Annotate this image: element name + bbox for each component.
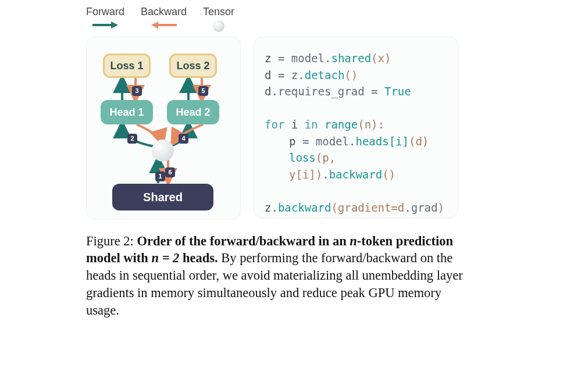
loss-1-box: Loss 1 — [103, 53, 151, 78]
code-tok: () — [382, 168, 395, 181]
code-tok: shared — [331, 52, 371, 65]
caption-text: heads. — [179, 251, 218, 265]
legend-forward: Forward — [86, 6, 124, 30]
code-tok: = — [278, 69, 284, 81]
code-tok: d — [265, 69, 278, 81]
step-badge-4: 4 — [179, 134, 188, 144]
code-tok: detach — [305, 69, 345, 81]
svg-marker-1 — [111, 22, 118, 28]
figure-row: Loss 1 Loss 2 Head 1 Head 2 Shared 1 2 3… — [86, 37, 565, 219]
math-eq: n = 2 — [152, 251, 180, 265]
code-tok: backward — [329, 168, 383, 181]
svg-marker-3 — [151, 22, 158, 28]
legend-tensor: Tensor — [203, 6, 234, 32]
code-tok: model — [309, 135, 349, 148]
code-tok: loss — [289, 151, 316, 164]
code-tok: ) — [437, 201, 444, 214]
code-tok: (d) — [409, 135, 429, 148]
code-tok: d — [265, 85, 271, 98]
code-tok: model — [284, 52, 325, 65]
code-tok: for — [265, 118, 284, 131]
code-tok: range — [318, 118, 358, 131]
legend-backward-label: Backward — [141, 6, 187, 18]
legend: Forward Backward Tensor — [86, 6, 565, 32]
code-tok: (n): — [358, 118, 384, 131]
figure-caption: Figure 2: Order of the forward/backward … — [86, 233, 470, 320]
code-tok: backward — [278, 201, 332, 214]
code-line-6: loss(p, y[i]).backward() — [265, 149, 447, 183]
step-badge-1: 1 — [155, 172, 165, 181]
code-tok: . — [271, 85, 277, 98]
code-tok: . — [298, 69, 304, 81]
code-line-3: d.requires_grad = True — [265, 83, 447, 100]
arrow-left-icon — [150, 20, 178, 30]
code-tok: . — [322, 168, 329, 181]
code-tok: = — [371, 85, 377, 98]
code-tok: . — [325, 52, 331, 65]
code-line-1: z = model.shared(x) — [265, 50, 447, 67]
tensor-icon — [213, 20, 224, 32]
code-tok: z — [265, 52, 278, 65]
head-2-box: Head 2 — [167, 100, 219, 124]
code-card: z = model.shared(x) d = z.detach() d.req… — [254, 37, 458, 218]
code-tok: . — [271, 201, 277, 214]
code-tok: . — [349, 135, 355, 148]
step-badge-5: 5 — [198, 86, 208, 96]
code-blank — [265, 100, 447, 117]
step-badge-6: 6 — [165, 167, 175, 177]
code-line-5: p = model.heads[i](d) — [265, 133, 447, 150]
code-tok: = — [302, 135, 309, 148]
head-1-box: Head 1 — [101, 100, 153, 124]
loss-2-box: Loss 2 — [169, 53, 217, 78]
code-tok: grad — [411, 201, 438, 214]
code-tok: (x) — [371, 52, 391, 65]
legend-tensor-label: Tensor — [203, 6, 234, 18]
code-tok: z — [284, 69, 298, 81]
diagram-card: Loss 1 Loss 2 Head 1 Head 2 Shared 1 2 3… — [86, 37, 241, 219]
legend-backward: Backward — [141, 6, 187, 30]
shared-box: Shared — [112, 184, 213, 210]
arrow-right-icon — [91, 20, 119, 30]
code-tok: in — [305, 118, 318, 131]
code-blank — [265, 183, 447, 199]
code-tok: heads[i] — [355, 135, 409, 148]
code-tok: True — [378, 85, 411, 98]
caption-lead: Figure 2: — [86, 234, 137, 248]
step-badge-2: 2 — [127, 134, 137, 144]
code-line-7: z.backward(gradient=d.grad) — [265, 199, 447, 216]
code-line-4: for i in range(n): — [265, 116, 447, 133]
code-tok: (gradient=d — [331, 201, 404, 214]
code-tok: . — [404, 201, 411, 214]
tensor-node-icon — [152, 140, 174, 162]
legend-forward-label: Forward — [86, 6, 124, 18]
math-n: n — [350, 234, 357, 248]
code-tok: p — [289, 135, 302, 148]
code-tok: requires_grad — [278, 85, 371, 98]
code-tok: i — [284, 118, 304, 131]
code-tok: = — [278, 52, 284, 65]
code-tok: z — [265, 201, 271, 214]
caption-text: Order of the forward/backward in an — [137, 234, 350, 248]
code-tok: () — [344, 69, 358, 81]
code-line-2: d = z.detach() — [265, 67, 447, 84]
step-badge-3: 3 — [132, 86, 142, 96]
